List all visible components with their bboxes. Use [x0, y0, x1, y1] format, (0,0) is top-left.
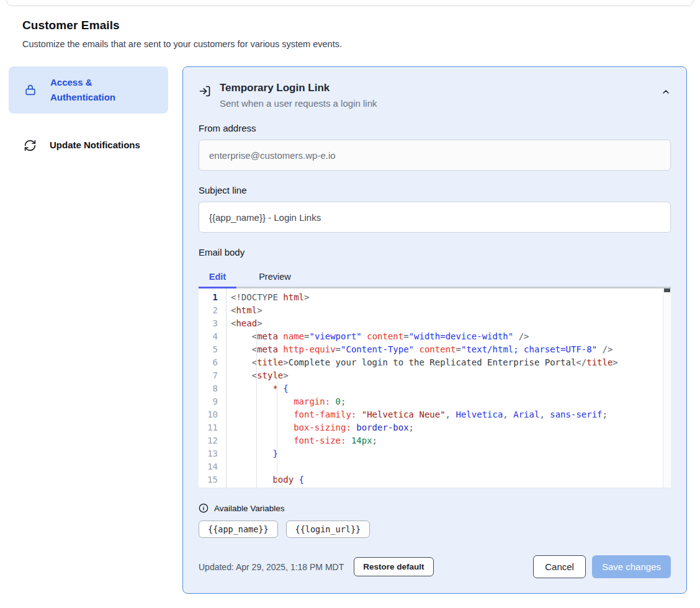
indent-guide: [256, 395, 257, 408]
indent-guide: [256, 356, 257, 369]
code-token: [231, 396, 294, 406]
code-line[interactable]: }: [231, 447, 662, 460]
code-token: style: [257, 370, 283, 380]
updated-timestamp: Updated: Apr 29, 2025, 1:18 PM MDT: [199, 562, 344, 572]
code-token: "Content-Type": [341, 344, 414, 354]
line-number: 13: [199, 447, 218, 460]
code-token: [346, 436, 351, 445]
line-number: 5: [199, 343, 218, 356]
code-token: [231, 357, 252, 367]
email-body-tabs: Edit Preview: [199, 266, 671, 288]
code-token: content: [367, 331, 403, 341]
info-icon: [199, 503, 209, 513]
line-number: 15: [199, 473, 218, 486]
indent-guide: [277, 486, 277, 488]
available-variables-header: Available Variables: [199, 503, 671, 513]
editor-vertical-scrollbar[interactable]: [663, 288, 671, 488]
code-token: [545, 409, 550, 419]
code-token: [231, 331, 252, 341]
line-number: 11: [199, 421, 218, 434]
code-token: box-sizing:: [294, 422, 351, 432]
indent-guide: [256, 460, 257, 473]
variable-chip-app-name[interactable]: {{app_name}}: [199, 521, 278, 538]
sidebar-item-label: Access & Authentication: [50, 75, 143, 105]
panel-footer: Updated: Apr 29, 2025, 1:18 PM MDT Resto…: [199, 555, 671, 578]
code-line[interactable]: margin: 0;: [231, 395, 662, 408]
customer-emails-page: Customer Emails Customize the emails tha…: [0, 0, 700, 608]
line-number: 8: [199, 382, 218, 395]
code-line[interactable]: <meta http-equiv="Content-Type" content=…: [231, 343, 662, 356]
panel-header: Temporary Login Link Sent when a user re…: [199, 82, 671, 109]
available-variables-label: Available Variables: [214, 504, 285, 513]
sidebar-item-access-authentication[interactable]: Access & Authentication: [9, 66, 168, 114]
editor-code[interactable]: <!DOCTYPE html><html><head> <meta name="…: [227, 288, 671, 488]
code-token: font-family:: [294, 409, 356, 419]
variable-chip-login-url[interactable]: {{login_url}}: [286, 521, 370, 538]
from-address-input[interactable]: [199, 140, 671, 171]
indent-guide: [277, 447, 277, 460]
save-changes-button[interactable]: Save changes: [592, 555, 671, 578]
panel-title: Temporary Login Link: [220, 82, 377, 94]
code-token: Arial: [513, 409, 539, 419]
code-token: html: [283, 292, 304, 302]
code-line[interactable]: box-sizing: border-box;: [231, 421, 662, 434]
line-number: 6: [199, 356, 218, 369]
page-header: Customer Emails Customize the emails tha…: [22, 19, 700, 49]
refresh-icon: [24, 139, 37, 152]
email-types-sidebar: Access & Authentication Update Notificat…: [9, 66, 168, 161]
indent-guide: [256, 473, 257, 486]
cancel-button[interactable]: Cancel: [533, 555, 586, 578]
subject-line-input[interactable]: [199, 202, 671, 233]
indent-guide: [277, 408, 277, 421]
variable-chips: {{app_name}} {{login_url}}: [199, 521, 671, 538]
sidebar-item-update-notifications[interactable]: Update Notifications: [9, 129, 168, 161]
chevron-up-icon[interactable]: [661, 87, 671, 97]
code-line[interactable]: <!DOCTYPE html>: [231, 291, 662, 304]
indent-guide: [256, 447, 257, 460]
lock-icon: [24, 83, 37, 97]
code-token: Helvetica: [455, 409, 503, 419]
code-line[interactable]: <meta name="viewport" content="width=dev…: [231, 330, 662, 343]
code-token: [231, 436, 294, 445]
code-token: ,: [503, 409, 508, 419]
code-line[interactable]: font-size: 14px;: [231, 434, 662, 447]
code-token: {: [283, 383, 288, 393]
temporary-login-link-panel: Temporary Login Link Sent when a user re…: [182, 66, 687, 594]
code-line[interactable]: <style>: [231, 369, 662, 382]
line-number: 12: [199, 434, 218, 447]
code-token: http-equiv: [283, 344, 335, 354]
code-token: title: [257, 357, 283, 367]
code-line[interactable]: [231, 460, 662, 473]
code-token: "Helvetica Neue": [362, 409, 446, 419]
code-token: >: [304, 292, 309, 302]
code-line[interactable]: <html>: [231, 304, 662, 317]
code-token: ,: [539, 409, 544, 419]
line-number: 1: [199, 291, 218, 304]
code-token: head: [236, 318, 257, 328]
tab-edit[interactable]: Edit: [199, 266, 236, 288]
code-token: "text/html; charset=UTF-8": [461, 344, 597, 354]
code-token: html: [236, 305, 257, 315]
line-number: 9: [199, 395, 218, 408]
code-token: body: [272, 475, 294, 485]
tab-preview[interactable]: Preview: [249, 266, 300, 288]
code-token: [231, 383, 272, 393]
indent-guide: [277, 382, 277, 395]
code-token: >: [283, 370, 288, 380]
code-line[interactable]: background-color: #f9f9f9;: [231, 486, 662, 488]
restore-default-button[interactable]: Restore default: [354, 557, 433, 576]
indent-guide: [256, 369, 257, 382]
code-line[interactable]: <head>: [231, 317, 662, 330]
code-token: [330, 396, 335, 406]
code-token: [414, 344, 419, 354]
code-line[interactable]: body {: [231, 473, 662, 486]
code-line[interactable]: font-family: "Helvetica Neue", Helvetica…: [231, 408, 662, 421]
indent-guide: [256, 330, 257, 343]
code-line[interactable]: <title>Complete your login to the Replic…: [231, 356, 662, 369]
email-body-code-editor[interactable]: 12345678910111213141516 <!DOCTYPE html><…: [199, 288, 671, 488]
code-token: meta: [257, 344, 278, 354]
code-line[interactable]: * {: [231, 382, 662, 395]
panel-subtitle: Sent when a user requests a login link: [220, 98, 377, 109]
scrollbar-thumb[interactable]: [664, 288, 670, 292]
indent-guide: [277, 460, 277, 473]
